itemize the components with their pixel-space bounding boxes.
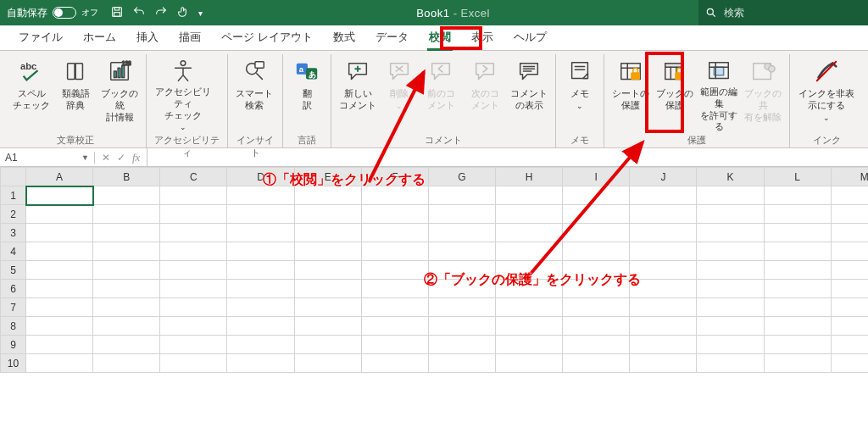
row-header-3[interactable]: 3 bbox=[1, 224, 26, 242]
cell-L9[interactable] bbox=[764, 336, 831, 354]
cell-M1[interactable] bbox=[831, 186, 868, 205]
cell-I7[interactable] bbox=[563, 298, 630, 317]
cell-M8[interactable] bbox=[831, 317, 868, 336]
cell-B5[interactable] bbox=[93, 261, 160, 280]
cell-C2[interactable] bbox=[160, 205, 227, 224]
col-header-J[interactable]: J bbox=[630, 168, 697, 186]
cell-E10[interactable] bbox=[294, 354, 361, 373]
tab-表示[interactable]: 表示 bbox=[461, 25, 504, 50]
row-header-6[interactable]: 6 bbox=[1, 280, 26, 298]
tab-校閲[interactable]: 校閲 bbox=[419, 25, 461, 50]
thesaurus-button[interactable]: 類義語辞典 bbox=[54, 54, 97, 132]
cell-B9[interactable] bbox=[93, 336, 160, 354]
cell-K7[interactable] bbox=[697, 298, 764, 317]
cell-G5[interactable] bbox=[428, 261, 495, 280]
cell-A10[interactable] bbox=[26, 354, 93, 373]
cell-I4[interactable] bbox=[563, 242, 630, 261]
cell-C8[interactable] bbox=[160, 317, 227, 336]
qat-dropdown-icon[interactable]: ▾ bbox=[198, 8, 203, 18]
cell-B8[interactable] bbox=[93, 317, 160, 336]
redo-icon[interactable] bbox=[154, 5, 168, 21]
cell-H9[interactable] bbox=[496, 336, 563, 354]
cell-F6[interactable] bbox=[361, 280, 428, 298]
cell-A5[interactable] bbox=[26, 261, 93, 280]
cell-B10[interactable] bbox=[93, 354, 160, 373]
cell-A9[interactable] bbox=[26, 336, 93, 354]
cell-C9[interactable] bbox=[160, 336, 227, 354]
cell-E7[interactable] bbox=[294, 298, 361, 317]
stats-button[interactable]: 123ブックの統計情報 bbox=[98, 54, 141, 132]
cell-K9[interactable] bbox=[697, 336, 764, 354]
cell-F10[interactable] bbox=[361, 354, 428, 373]
cell-J5[interactable] bbox=[630, 261, 697, 280]
cell-J4[interactable] bbox=[630, 242, 697, 261]
cell-G4[interactable] bbox=[428, 242, 495, 261]
cell-I1[interactable] bbox=[563, 186, 630, 205]
cell-J7[interactable] bbox=[630, 298, 697, 317]
cell-E4[interactable] bbox=[294, 242, 361, 261]
cell-L4[interactable] bbox=[764, 242, 831, 261]
tab-ヘルプ[interactable]: ヘルプ bbox=[504, 25, 557, 50]
cell-D5[interactable] bbox=[227, 261, 294, 280]
cell-D4[interactable] bbox=[227, 242, 294, 261]
col-header-H[interactable]: H bbox=[496, 168, 563, 186]
row-header-9[interactable]: 9 bbox=[1, 336, 26, 354]
cell-G7[interactable] bbox=[428, 298, 495, 317]
cell-H5[interactable] bbox=[496, 261, 563, 280]
cell-G6[interactable] bbox=[428, 280, 495, 298]
col-header-A[interactable]: A bbox=[26, 168, 93, 186]
search-input[interactable] bbox=[722, 6, 849, 19]
save-icon[interactable] bbox=[110, 5, 124, 21]
cell-H4[interactable] bbox=[496, 242, 563, 261]
col-header-D[interactable]: D bbox=[227, 168, 294, 186]
search-box[interactable] bbox=[698, 0, 868, 25]
cell-D8[interactable] bbox=[227, 317, 294, 336]
cell-A6[interactable] bbox=[26, 280, 93, 298]
cell-A2[interactable] bbox=[26, 205, 93, 224]
cell-C6[interactable] bbox=[160, 280, 227, 298]
a11y-button[interactable]: アクセシビリティチェック⌄ bbox=[152, 54, 214, 132]
enter-icon[interactable]: ✓ bbox=[117, 152, 125, 164]
cell-E6[interactable] bbox=[294, 280, 361, 298]
tab-数式[interactable]: 数式 bbox=[323, 25, 365, 50]
cell-K6[interactable] bbox=[697, 280, 764, 298]
cell-M2[interactable] bbox=[831, 205, 868, 224]
cell-L2[interactable] bbox=[764, 205, 831, 224]
cell-G10[interactable] bbox=[428, 354, 495, 373]
cell-D3[interactable] bbox=[227, 224, 294, 242]
row-header-1[interactable]: 1 bbox=[1, 186, 26, 205]
smart-button[interactable]: スマート検索 bbox=[233, 54, 275, 132]
cell-M5[interactable] bbox=[831, 261, 868, 280]
memo-button[interactable]: メモ⌄ bbox=[561, 54, 598, 132]
cell-K3[interactable] bbox=[697, 224, 764, 242]
cell-J3[interactable] bbox=[630, 224, 697, 242]
col-header-E[interactable]: E bbox=[294, 168, 361, 186]
cell-H1[interactable] bbox=[496, 186, 563, 205]
cell-D7[interactable] bbox=[227, 298, 294, 317]
cell-H8[interactable] bbox=[496, 317, 563, 336]
cell-J9[interactable] bbox=[630, 336, 697, 354]
cell-D6[interactable] bbox=[227, 280, 294, 298]
cell-F9[interactable] bbox=[361, 336, 428, 354]
col-header-C[interactable]: C bbox=[160, 168, 227, 186]
worksheet[interactable]: ABCDEFGHIJKLM12345678910 bbox=[0, 167, 868, 439]
cell-K8[interactable] bbox=[697, 317, 764, 336]
cell-E1[interactable] bbox=[294, 186, 361, 205]
cell-L7[interactable] bbox=[764, 298, 831, 317]
tab-ファイル[interactable]: ファイル bbox=[8, 25, 73, 50]
cell-B3[interactable] bbox=[93, 224, 160, 242]
cell-G8[interactable] bbox=[428, 317, 495, 336]
cell-H3[interactable] bbox=[496, 224, 563, 242]
cell-M7[interactable] bbox=[831, 298, 868, 317]
cell-C5[interactable] bbox=[160, 261, 227, 280]
cell-F8[interactable] bbox=[361, 317, 428, 336]
cell-M10[interactable] bbox=[831, 354, 868, 373]
row-header-5[interactable]: 5 bbox=[1, 261, 26, 280]
cell-L1[interactable] bbox=[764, 186, 831, 205]
cell-B4[interactable] bbox=[93, 242, 160, 261]
cell-C1[interactable] bbox=[160, 186, 227, 205]
cell-K5[interactable] bbox=[697, 261, 764, 280]
col-header-B[interactable]: B bbox=[93, 168, 160, 186]
cell-M4[interactable] bbox=[831, 242, 868, 261]
cell-B1[interactable] bbox=[93, 186, 160, 205]
